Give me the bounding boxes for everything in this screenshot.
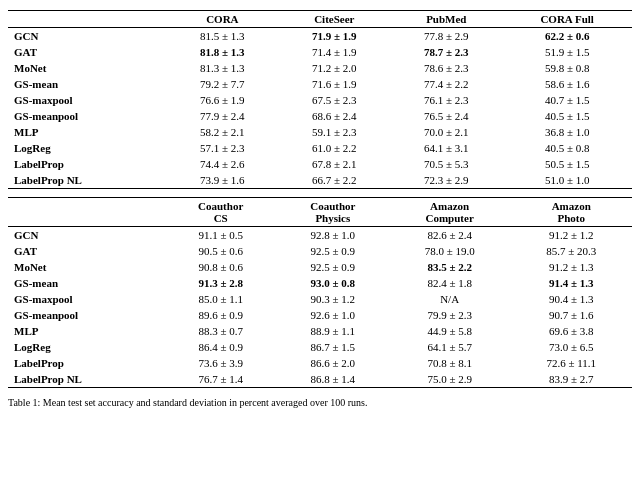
table-top: CORA CiteSeer PubMed CORA Full GCN81.5 ±…	[8, 10, 632, 189]
table-cell: 62.2 ± 0.6	[502, 28, 632, 45]
table-cell: 73.6 ± 3.9	[165, 355, 277, 371]
table-cell: 90.5 ± 0.6	[165, 243, 277, 259]
table-cell: 85.0 ± 1.1	[165, 291, 277, 307]
table-cell: N/A	[389, 291, 511, 307]
table-cell: 79.9 ± 2.3	[389, 307, 511, 323]
table-cell: 77.9 ± 2.4	[166, 108, 278, 124]
table-cell: 50.5 ± 1.5	[502, 156, 632, 172]
table-cell: GAT	[8, 44, 166, 60]
table-cell: LogReg	[8, 140, 166, 156]
table-cell: 81.5 ± 1.3	[166, 28, 278, 45]
table-cell: LabelProp	[8, 355, 165, 371]
table-cell: 91.2 ± 1.3	[510, 259, 632, 275]
table-cell: 86.4 ± 0.9	[165, 339, 277, 355]
table-cell: 59.1 ± 2.3	[278, 124, 390, 140]
table-cell: 92.5 ± 0.9	[277, 243, 389, 259]
table-cell: 40.5 ± 1.5	[502, 108, 632, 124]
table-cell: 66.7 ± 2.2	[278, 172, 390, 189]
table-cell: 79.2 ± 7.7	[166, 76, 278, 92]
table-cell: 69.6 ± 3.8	[510, 323, 632, 339]
table-cell: 85.7 ± 20.3	[510, 243, 632, 259]
table-cell: 64.1 ± 5.7	[389, 339, 511, 355]
table-cell: 91.3 ± 2.8	[165, 275, 277, 291]
table-caption: Table 1: Mean test set accuracy and stan…	[8, 396, 632, 410]
table-cell: 64.1 ± 3.1	[390, 140, 502, 156]
table-cell: 70.8 ± 8.1	[389, 355, 511, 371]
table-cell: 91.2 ± 1.2	[510, 227, 632, 244]
table-cell: 51.9 ± 1.5	[502, 44, 632, 60]
col-pubmed: PubMed	[390, 11, 502, 28]
table-cell: 58.2 ± 2.1	[166, 124, 278, 140]
table-cell: 70.5 ± 5.3	[390, 156, 502, 172]
table-cell: MLP	[8, 124, 166, 140]
table-cell: 89.6 ± 0.9	[165, 307, 277, 323]
table-cell: 51.0 ± 1.0	[502, 172, 632, 189]
table-cell: GS-meanpool	[8, 108, 166, 124]
table-cell: 73.9 ± 1.6	[166, 172, 278, 189]
table-cell: 88.3 ± 0.7	[165, 323, 277, 339]
table-cell: 77.8 ± 2.9	[390, 28, 502, 45]
table-cell: 77.4 ± 2.2	[390, 76, 502, 92]
table-cell: 90.4 ± 1.3	[510, 291, 632, 307]
table-cell: 92.6 ± 1.0	[277, 307, 389, 323]
table-cell: 92.8 ± 1.0	[277, 227, 389, 244]
col-amazon-comp: AmazonComputer	[389, 198, 511, 227]
table-cell: 91.1 ± 0.5	[165, 227, 277, 244]
table-cell: 58.6 ± 1.6	[502, 76, 632, 92]
table-cell: 93.0 ± 0.8	[277, 275, 389, 291]
table-cell: 81.8 ± 1.3	[166, 44, 278, 60]
col-amazon-photo: AmazonPhoto	[510, 198, 632, 227]
table-cell: 57.1 ± 2.3	[166, 140, 278, 156]
table-cell: 90.8 ± 0.6	[165, 259, 277, 275]
table-cell: 78.6 ± 2.3	[390, 60, 502, 76]
table-cell: GS-maxpool	[8, 291, 165, 307]
table-cell: 40.7 ± 1.5	[502, 92, 632, 108]
table-cell: 70.0 ± 2.1	[390, 124, 502, 140]
table-cell: GS-mean	[8, 275, 165, 291]
table-cell: 86.8 ± 1.4	[277, 371, 389, 388]
table-cell: 67.8 ± 2.1	[278, 156, 390, 172]
table-cell: MoNet	[8, 60, 166, 76]
table-cell: 76.5 ± 2.4	[390, 108, 502, 124]
table-cell: 90.7 ± 1.6	[510, 307, 632, 323]
table-cell: 78.0 ± 19.0	[389, 243, 511, 259]
table-cell: 73.0 ± 6.5	[510, 339, 632, 355]
col-method	[8, 11, 166, 28]
table-cell: GS-meanpool	[8, 307, 165, 323]
table-cell: 72.3 ± 2.9	[390, 172, 502, 189]
table-cell: LabelProp	[8, 156, 166, 172]
table-cell: 74.4 ± 2.6	[166, 156, 278, 172]
table-cell: 71.9 ± 1.9	[278, 28, 390, 45]
table-cell: 76.6 ± 1.9	[166, 92, 278, 108]
table-cell: 40.5 ± 0.8	[502, 140, 632, 156]
table-cell: 75.0 ± 2.9	[389, 371, 511, 388]
table-cell: 82.6 ± 2.4	[389, 227, 511, 244]
table-cell: GS-maxpool	[8, 92, 166, 108]
table-cell: GAT	[8, 243, 165, 259]
col-coauthor-phys: CoauthorPhysics	[277, 198, 389, 227]
col-coauthor-cs: CoauthorCS	[165, 198, 277, 227]
table-cell: LabelProp NL	[8, 371, 165, 388]
table-cell: 72.6 ± 11.1	[510, 355, 632, 371]
header-row-1: CORA CiteSeer PubMed CORA Full	[8, 11, 632, 28]
col-cora-full: CORA Full	[502, 11, 632, 28]
table-cell: 82.4 ± 1.8	[389, 275, 511, 291]
table-cell: GCN	[8, 28, 166, 45]
table-cell: MLP	[8, 323, 165, 339]
table-cell: 61.0 ± 2.2	[278, 140, 390, 156]
table-cell: 81.3 ± 1.3	[166, 60, 278, 76]
table-cell: 44.9 ± 5.8	[389, 323, 511, 339]
table-cell: 36.8 ± 1.0	[502, 124, 632, 140]
table-cell: 71.6 ± 1.9	[278, 76, 390, 92]
table-cell: 76.1 ± 2.3	[390, 92, 502, 108]
table-cell: 90.3 ± 1.2	[277, 291, 389, 307]
table-cell: 78.7 ± 2.3	[390, 44, 502, 60]
table-cell: GS-mean	[8, 76, 166, 92]
col-cora: CORA	[166, 11, 278, 28]
table-cell: 76.7 ± 1.4	[165, 371, 277, 388]
table-bottom: CoauthorCS CoauthorPhysics AmazonCompute…	[8, 197, 632, 388]
table-cell: 68.6 ± 2.4	[278, 108, 390, 124]
table-cell: 71.2 ± 2.0	[278, 60, 390, 76]
table-cell: LabelProp NL	[8, 172, 166, 189]
table-cell: 67.5 ± 2.3	[278, 92, 390, 108]
